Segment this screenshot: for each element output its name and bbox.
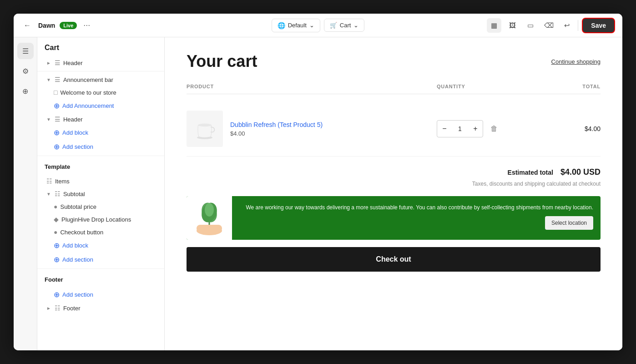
template-section: Template	[37, 158, 164, 175]
delete-item-button[interactable]: 🗑	[490, 125, 498, 133]
footer-item-label: Footer	[63, 305, 157, 312]
add-section-footer-button[interactable]: ⊕ Add section	[37, 288, 164, 302]
default-dropdown[interactable]: 🌐 Default ⌄	[272, 19, 320, 32]
product-price: $4.00	[230, 130, 323, 137]
plus-icon: ⊕	[54, 255, 60, 264]
pluginhive-item[interactable]: ◆ PluginHive Drop Locations	[54, 213, 164, 226]
items-item[interactable]: ☷ Items	[37, 175, 164, 187]
subtotal-children: ● Subtotal price ◆ PluginHive Drop Locat…	[37, 200, 164, 238]
chevron-down-icon: ⌄	[353, 22, 358, 29]
topbar-center: 🌐 Default ⌄ 🛒 Cart ⌄	[272, 19, 365, 32]
product-image	[187, 111, 223, 147]
section-icon: ☰	[55, 116, 61, 123]
quantity-control: − 1 +	[437, 120, 483, 137]
sustainability-text: We are working our way towards deliverin…	[232, 196, 601, 240]
store-name: Dawn	[38, 22, 55, 29]
estimated-label: Estimated total	[508, 169, 553, 176]
add-block-header-button[interactable]: ⊕ Add block	[37, 126, 164, 140]
subtotal-price-item[interactable]: ● Subtotal price	[54, 200, 164, 213]
chevron-right-icon: ►	[46, 61, 51, 66]
subtotal-price-label: Subtotal price	[60, 203, 157, 210]
estimated-value: $4.00 USD	[560, 167, 601, 177]
continue-shopping-link[interactable]: Continue shopping	[551, 58, 601, 65]
save-button[interactable]: Save	[582, 18, 615, 33]
topbar-left: ← Dawn Live ···	[21, 19, 266, 32]
decrease-quantity-button[interactable]: −	[437, 121, 452, 137]
block-icon: □	[54, 89, 57, 96]
desktop-icon[interactable]: 🖼	[505, 18, 520, 33]
chevron-down-icon: ▼	[46, 117, 51, 122]
cart-table-header: PRODUCT QUANTITY TOTAL	[187, 84, 601, 94]
block-icon: ●	[54, 228, 57, 236]
header-collapsed-item[interactable]: ► ☰ Header	[37, 56, 164, 69]
live-badge: Live	[60, 22, 77, 29]
cart-item: Dubblin Refresh (Test Product 5) $4.00 −…	[187, 101, 601, 157]
chevron-right-icon: ►	[46, 306, 51, 311]
content-area: Your cart Continue shopping PRODUCT QUAN…	[165, 37, 622, 350]
sidebar-title: Cart	[45, 44, 157, 52]
sustainability-image	[187, 196, 232, 240]
subtotal-item[interactable]: ▼ ☷ Subtotal	[37, 187, 164, 200]
svg-rect-3	[197, 225, 222, 232]
section-icon: ☰	[55, 76, 61, 83]
add-section-template-button[interactable]: ⊕ Add section	[37, 253, 164, 267]
plant-icon	[191, 200, 227, 236]
more-options-button[interactable]: ···	[81, 19, 92, 32]
cart-summary: Estimated total $4.00 USD Taxes, discoun…	[187, 167, 601, 272]
svg-point-1	[198, 123, 211, 126]
back-icon[interactable]: ←	[21, 19, 34, 32]
sections-icon[interactable]: ☰	[17, 43, 34, 59]
subtotal-label: Subtotal	[63, 191, 157, 197]
footer-item[interactable]: ► ☷ Footer	[37, 302, 164, 314]
welcome-label: Welcome to our store	[60, 89, 157, 96]
divider	[37, 71, 164, 71]
topbar-right: ▦ 🖼 ▭ ⌫ ↩ Save	[370, 18, 615, 33]
checkout-button[interactable]: Check out	[187, 247, 601, 272]
apps-icon[interactable]: ⊕	[17, 83, 34, 99]
svg-point-7	[205, 203, 214, 217]
tablet-icon[interactable]: ▭	[523, 18, 538, 33]
header-section-group: ► ☰ Header	[37, 56, 164, 69]
announcement-bar-children: □ Welcome to our store	[37, 86, 164, 99]
sidebar-panel: Cart ► ☰ Header ▼ ☰ Announcement bar	[37, 37, 165, 350]
estimated-row: Estimated total $4.00 USD	[187, 167, 601, 177]
checkout-button-item[interactable]: ● Checkout button	[54, 226, 164, 238]
quantity-col-header: QUANTITY	[437, 84, 519, 89]
plus-icon: ⊕	[54, 142, 60, 151]
divider	[37, 156, 164, 156]
chevron-down-icon: ▼	[46, 77, 51, 82]
sustainability-box: We are working our way towards deliverin…	[187, 196, 601, 240]
section-icon: ☰	[55, 59, 61, 66]
add-announcement-button[interactable]: ⊕ Add Announcement	[37, 99, 164, 113]
grid-icon: ☷	[55, 190, 61, 197]
header-item[interactable]: ▼ ☰ Header	[37, 113, 164, 126]
welcome-item[interactable]: □ Welcome to our store	[54, 86, 164, 99]
add-block-template-button[interactable]: ⊕ Add block	[37, 238, 164, 253]
sidebar-content: ► ☰ Header ▼ ☰ Announcement bar □ Welcom…	[37, 56, 164, 350]
undo-button[interactable]: ↩	[560, 18, 574, 33]
cart-page: Your cart Continue shopping PRODUCT QUAN…	[165, 37, 622, 350]
customize-icon[interactable]: ▦	[487, 18, 501, 33]
total-col-header: TOTAL	[519, 84, 601, 89]
product-col-header: PRODUCT	[187, 84, 437, 89]
increase-quantity-button[interactable]: +	[468, 121, 483, 137]
product-cell: Dubblin Refresh (Test Product 5) $4.00	[187, 111, 437, 147]
announcement-bar-item[interactable]: ▼ ☰ Announcement bar	[37, 73, 164, 86]
mobile-icon[interactable]: ⌫	[541, 18, 556, 33]
cart-dropdown[interactable]: 🛒 Cart ⌄	[324, 19, 365, 32]
topbar: ← Dawn Live ··· 🌐 Default ⌄ 🛒 Cart ⌄ ▦ 🖼…	[14, 14, 622, 37]
chevron-down-icon: ⌄	[309, 22, 314, 29]
add-section-header-button[interactable]: ⊕ Add section	[37, 140, 164, 154]
divider	[578, 20, 578, 31]
checkout-button-label: Checkout button	[60, 229, 157, 236]
cart-title: Your cart	[187, 52, 257, 71]
plus-icon: ⊕	[54, 290, 60, 299]
items-label: Items	[55, 178, 157, 185]
plus-icon: ⊕	[54, 101, 60, 110]
select-location-button[interactable]: Select location	[545, 216, 593, 230]
taxes-note: Taxes, discounts and shipping calculated…	[187, 181, 601, 187]
cart-page-header: Your cart Continue shopping	[187, 52, 601, 71]
quantity-cell: − 1 + 🗑	[437, 120, 519, 137]
product-name[interactable]: Dubblin Refresh (Test Product 5)	[230, 121, 323, 128]
settings-icon[interactable]: ⚙	[17, 63, 34, 79]
